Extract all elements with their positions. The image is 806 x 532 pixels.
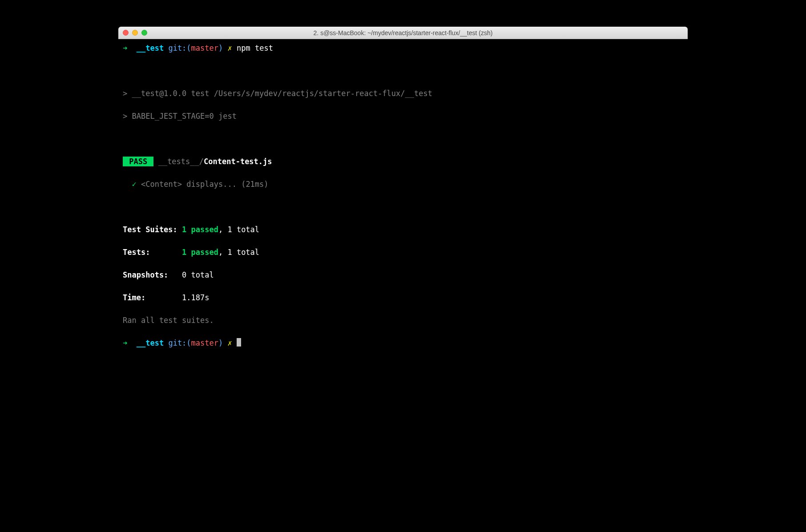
- prompt-branch: master: [191, 44, 218, 52]
- prompt-git-close: ): [218, 44, 223, 52]
- test-result-line: ✓ <Content> displays... (21ms): [123, 179, 683, 190]
- prompt-dirty-icon: ✗: [228, 339, 232, 347]
- suites-total: , 1 total: [218, 225, 259, 234]
- tests-total: , 1 total: [218, 248, 259, 257]
- prompt-git-label: git:(: [168, 44, 191, 52]
- terminal-body[interactable]: ➜ __test git:(master) ✗ npm test > __tes…: [118, 39, 688, 395]
- ran-all-line: Ran all test suites.: [123, 315, 683, 326]
- tests-passed: 1 passed: [182, 248, 218, 257]
- prompt-line-1: ➜ __test git:(master) ✗ npm test: [123, 43, 683, 54]
- tests-line: Tests: 1 passed, 1 total: [123, 247, 683, 258]
- prompt-dirty-icon: ✗: [228, 44, 232, 52]
- prompt-git-label: git:(: [168, 339, 191, 347]
- time-value: 1.187s: [182, 293, 209, 302]
- prompt-line-2: ➜ __test git:(master) ✗: [123, 338, 683, 349]
- suites-passed: 1 passed: [182, 225, 218, 234]
- pass-line: PASS __tests__/Content-test.js: [123, 156, 683, 168]
- npm-output-line-2: > BABEL_JEST_STAGE=0 jest: [123, 111, 683, 122]
- test-suites-line: Test Suites: 1 passed, 1 total: [123, 224, 683, 236]
- window-controls: [123, 30, 147, 36]
- cursor-icon: [237, 338, 241, 347]
- blank-line: [123, 133, 683, 145]
- prompt-directory: __test: [137, 44, 164, 52]
- prompt-arrow-icon: ➜: [123, 44, 127, 52]
- command-text: npm test: [237, 44, 273, 52]
- maximize-icon[interactable]: [141, 30, 147, 36]
- checkmark-icon: ✓: [132, 180, 136, 189]
- window-titlebar[interactable]: 2. s@ss-MacBook: ~/mydev/reactjs/starter…: [118, 27, 688, 39]
- pass-badge: PASS: [123, 157, 153, 166]
- time-label: Time:: [123, 293, 182, 302]
- minimize-icon[interactable]: [132, 30, 138, 36]
- npm-output-line-1: > __test@1.0.0 test /Users/s/mydev/react…: [123, 88, 683, 100]
- prompt-directory: __test: [137, 339, 164, 347]
- snapshots-label: Snapshots:: [123, 270, 182, 279]
- snapshots-line: Snapshots: 0 total: [123, 270, 683, 281]
- test-filename: Content-test.js: [204, 157, 272, 166]
- snapshots-value: 0 total: [182, 270, 214, 279]
- test-description: <Content> displays... (21ms): [141, 180, 269, 189]
- prompt-git-close: ): [218, 339, 223, 347]
- prompt-arrow-icon: ➜: [123, 339, 127, 347]
- prompt-branch: master: [191, 339, 218, 347]
- terminal-window: 2. s@ss-MacBook: ~/mydev/reactjs/starter…: [118, 27, 688, 395]
- blank-line: [123, 202, 683, 213]
- window-title: 2. s@ss-MacBook: ~/mydev/reactjs/starter…: [118, 29, 688, 36]
- test-directory: __tests__/: [153, 157, 204, 166]
- close-icon[interactable]: [123, 30, 129, 36]
- tests-label: Tests:: [123, 248, 182, 257]
- blank-line: [123, 65, 683, 77]
- time-line: Time: 1.187s: [123, 292, 683, 304]
- suites-label: Test Suites:: [123, 225, 182, 234]
